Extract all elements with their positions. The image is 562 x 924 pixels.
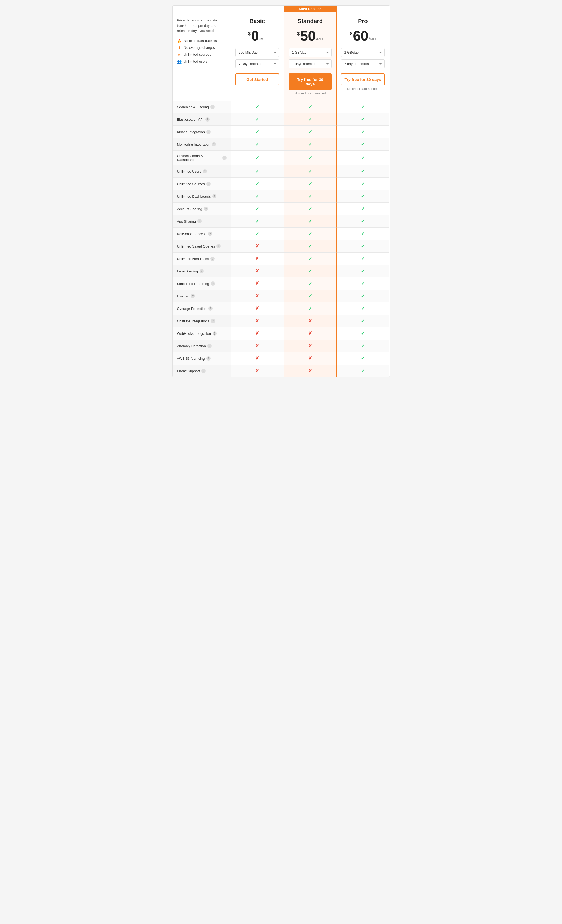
help-icon-10[interactable]: ? (208, 232, 212, 236)
help-icon-1[interactable]: ? (205, 117, 209, 122)
help-icon-7[interactable]: ? (212, 194, 217, 198)
check-icon: ✓ (255, 231, 259, 237)
basic-retention-dropdown[interactable]: 7 Day Retention 14 Day Retention 30 Day … (235, 59, 279, 68)
feature-label-15: Live Tail? (173, 290, 231, 302)
pro-price-amount: 60 (353, 29, 368, 43)
feature-name-7: Unlimited Dashboards (177, 195, 211, 198)
help-icon-20[interactable]: ? (206, 356, 211, 360)
basic-cta-button[interactable]: Get Started (235, 74, 279, 86)
pro-data-dropdown[interactable]: 1 GB/day 5 GB/day 10 GB/day (341, 48, 385, 57)
basic-feature-18: ✗ (231, 327, 284, 340)
help-icon-2[interactable]: ? (206, 130, 211, 134)
cross-icon: ✗ (255, 318, 259, 324)
help-icon-21[interactable]: ? (201, 369, 206, 373)
check-icon: ✓ (361, 218, 365, 224)
pro-feature-1: ✓ (336, 113, 389, 126)
basic-feature-0: ✓ (231, 100, 284, 113)
check-icon: ✓ (255, 129, 259, 135)
standard-feature-16: ✓ (284, 302, 336, 315)
standard-feature-4: ✓ (284, 150, 336, 165)
basic-price-amount: 0 (251, 29, 259, 43)
help-icon-16[interactable]: ? (208, 306, 212, 310)
standard-feature-19: ✗ (284, 340, 336, 352)
check-icon: ✓ (361, 181, 365, 187)
pro-plan-header: Pro $ 60 /MO 1 GB/day 5 GB/day 10 GB/day… (336, 12, 389, 100)
feature-no-fixed: 🔥 No fixed data buckets (177, 39, 227, 43)
pro-cta-button[interactable]: Try free for 30 days (341, 74, 385, 86)
cross-icon: ✗ (255, 280, 259, 286)
standard-cta-button[interactable]: Try free for 30 days (288, 74, 332, 90)
help-icon-18[interactable]: ? (212, 332, 217, 336)
pro-feature-5: ✓ (336, 165, 389, 177)
help-icon-12[interactable]: ? (211, 256, 215, 261)
basic-data-dropdown[interactable]: 500 MB/Day 1 GB/day 5 GB/day 10 GB/day (235, 48, 279, 57)
feature-name-19: Anomaly Detection (177, 344, 206, 348)
help-icon-5[interactable]: ? (203, 169, 207, 174)
standard-feature-0: ✓ (284, 100, 336, 113)
basic-plan-name: Basic (235, 18, 279, 25)
basic-dollar: $ (248, 31, 251, 37)
check-icon: ✓ (255, 155, 259, 161)
help-icon-13[interactable]: ? (200, 269, 204, 273)
feature-unlimited-sources: ∞ Unlimited sources (177, 52, 227, 57)
cross-icon: ✗ (308, 343, 312, 349)
feature-label-1: Elasticsearch API? (173, 113, 231, 126)
feature-unlimited-users-label: Unlimited users (184, 59, 208, 63)
price-description: Price depends on the data transfer rates… (177, 18, 227, 33)
standard-feature-1: ✓ (284, 113, 336, 126)
basic-feature-9: ✓ (231, 215, 284, 227)
pro-feature-4: ✓ (336, 150, 389, 165)
no-fixed-icon: 🔥 (177, 39, 182, 43)
feature-label-9: App Sharing? (173, 215, 231, 227)
check-icon: ✓ (255, 141, 259, 147)
standard-plan-name: Standard (288, 18, 332, 25)
left-panel: Price depends on the data transfer rates… (173, 12, 231, 100)
basic-feature-10: ✓ (231, 227, 284, 240)
check-icon: ✓ (361, 318, 365, 324)
feature-name-15: Live Tail (177, 294, 190, 298)
basic-feature-4: ✓ (231, 150, 284, 165)
pro-feature-10: ✓ (336, 227, 389, 240)
check-icon: ✓ (255, 117, 259, 122)
check-icon: ✓ (308, 181, 312, 187)
feature-name-18: WebHooks Integration (177, 332, 211, 336)
cross-icon: ✗ (308, 330, 312, 336)
check-icon: ✓ (361, 117, 365, 122)
basic-feature-16: ✗ (231, 302, 284, 315)
no-overage-icon: ⬆ (177, 46, 182, 50)
feature-name-8: Account Sharing (177, 207, 202, 211)
standard-data-dropdown[interactable]: 1 GB/day 5 GB/day 10 GB/day (288, 48, 332, 57)
check-icon: ✓ (361, 280, 365, 286)
pro-feature-13: ✓ (336, 265, 389, 277)
feature-label-2: Kibana Integration? (173, 126, 231, 138)
feature-no-overage-label: No overage charges (184, 46, 215, 50)
feature-name-17: ChatOps Integrations (177, 319, 209, 323)
help-icon-17[interactable]: ? (211, 319, 215, 323)
standard-feature-12: ✓ (284, 252, 336, 265)
help-icon-3[interactable]: ? (212, 142, 216, 147)
help-icon-11[interactable]: ? (217, 244, 221, 248)
help-icon-19[interactable]: ? (208, 344, 212, 348)
feature-name-6: Unlimited Sources (177, 182, 205, 186)
basic-feature-13: ✗ (231, 265, 284, 277)
help-icon-6[interactable]: ? (206, 182, 211, 186)
cross-icon: ✗ (255, 256, 259, 262)
feature-highlight-list: 🔥 No fixed data buckets ⬆ No overage cha… (177, 39, 227, 64)
standard-retention-dropdown[interactable]: 7 days retention 14 days retention 30 da… (288, 59, 332, 68)
basic-price-block: $ 0 /MO (235, 29, 279, 43)
help-icon-9[interactable]: ? (197, 219, 202, 224)
check-icon: ✓ (361, 330, 365, 336)
check-icon: ✓ (361, 206, 365, 212)
check-icon: ✓ (361, 168, 365, 174)
help-icon-0[interactable]: ? (211, 105, 215, 109)
help-icon-14[interactable]: ? (211, 282, 215, 286)
help-icon-8[interactable]: ? (204, 207, 208, 211)
help-icon-4[interactable]: ? (222, 156, 227, 160)
pro-retention-dropdown[interactable]: 7 days retention 14 days retention 30 da… (341, 59, 385, 68)
check-icon: ✓ (361, 268, 365, 274)
help-icon-15[interactable]: ? (191, 294, 195, 298)
check-icon: ✓ (255, 206, 259, 212)
banner-pro-empty (336, 6, 389, 12)
check-icon: ✓ (361, 243, 365, 249)
standard-feature-18: ✗ (284, 327, 336, 340)
